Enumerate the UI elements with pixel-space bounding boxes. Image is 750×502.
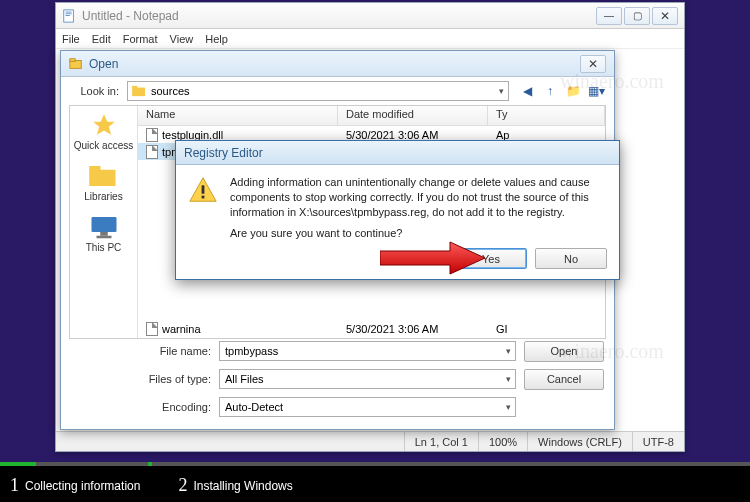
notepad-title: Untitled - Notepad bbox=[82, 9, 596, 23]
svg-rect-6 bbox=[132, 88, 145, 97]
menu-file[interactable]: File bbox=[62, 33, 80, 45]
open-titlebar[interactable]: Open ✕ bbox=[61, 51, 614, 77]
warning-icon bbox=[188, 175, 218, 205]
place-libraries[interactable]: Libraries bbox=[84, 163, 122, 202]
file-name: warnina bbox=[162, 323, 201, 335]
status-pos: Ln 1, Col 1 bbox=[404, 432, 478, 451]
libraries-icon bbox=[88, 163, 118, 189]
encoding-value: Auto-Detect bbox=[225, 401, 283, 413]
svg-marker-8 bbox=[93, 114, 115, 135]
menu-format[interactable]: Format bbox=[123, 33, 158, 45]
place-thispc-label: This PC bbox=[86, 242, 122, 253]
step-label: Installing Windows bbox=[193, 479, 292, 493]
chevron-down-icon: ▾ bbox=[506, 402, 511, 412]
open-button[interactable]: Open bbox=[524, 341, 604, 362]
minimize-button[interactable]: — bbox=[596, 7, 622, 25]
no-button[interactable]: No bbox=[535, 248, 607, 269]
status-zoom: 100% bbox=[478, 432, 527, 451]
place-this-pc[interactable]: This PC bbox=[86, 214, 122, 253]
file-type: Ap bbox=[488, 129, 605, 141]
setup-step-1: 1 Collecting information bbox=[10, 475, 140, 496]
lookin-combobox[interactable]: sources ▾ bbox=[127, 81, 509, 101]
setup-step-2: 2 Installing Windows bbox=[178, 475, 292, 496]
encoding-combobox[interactable]: Auto-Detect▾ bbox=[219, 397, 516, 417]
notepad-statusbar: Ln 1, Col 1 100% Windows (CRLF) UTF-8 bbox=[56, 431, 684, 451]
svg-rect-7 bbox=[132, 86, 137, 89]
col-date[interactable]: Date modified bbox=[338, 106, 488, 125]
monitor-icon bbox=[89, 214, 119, 240]
place-libraries-label: Libraries bbox=[84, 191, 122, 202]
lookin-value: sources bbox=[151, 85, 190, 97]
file-date: 5/30/2021 3:06 AM bbox=[338, 323, 488, 335]
menu-edit[interactable]: Edit bbox=[92, 33, 111, 45]
regedit-titlebar[interactable]: Registry Editor bbox=[176, 141, 619, 165]
file-name: testplugin.dll bbox=[162, 129, 223, 141]
views-icon[interactable]: ▦▾ bbox=[586, 81, 606, 101]
status-eol: Windows (CRLF) bbox=[527, 432, 632, 451]
setup-progress-step2-tick bbox=[148, 462, 152, 466]
notepad-titlebar[interactable]: Untitled - Notepad — ▢ ✕ bbox=[56, 3, 684, 29]
setup-progress-step1 bbox=[0, 462, 36, 466]
col-name[interactable]: Name bbox=[138, 106, 338, 125]
svg-rect-12 bbox=[100, 232, 108, 236]
svg-rect-1 bbox=[66, 11, 72, 12]
svg-rect-10 bbox=[90, 166, 101, 171]
svg-rect-3 bbox=[66, 15, 70, 16]
filetype-label: Files of type: bbox=[131, 373, 211, 385]
file-icon bbox=[146, 128, 158, 142]
up-icon[interactable]: ↑ bbox=[540, 81, 560, 101]
svg-rect-5 bbox=[70, 58, 75, 61]
place-quick-label: Quick access bbox=[74, 140, 133, 151]
lookin-label: Look in: bbox=[69, 85, 119, 97]
file-type: GI bbox=[488, 323, 605, 335]
file-row[interactable]: warnina 5/30/2021 3:06 AM GI bbox=[138, 320, 605, 337]
step-number: 1 bbox=[10, 475, 19, 496]
filetype-combobox[interactable]: All Files▾ bbox=[219, 369, 516, 389]
cancel-button[interactable]: Cancel bbox=[524, 369, 604, 390]
menu-view[interactable]: View bbox=[170, 33, 194, 45]
step-number: 2 bbox=[178, 475, 187, 496]
places-bar: Quick access Libraries This PC bbox=[70, 106, 138, 338]
open-title: Open bbox=[89, 57, 580, 71]
regedit-dialog: Registry Editor Adding information can u… bbox=[175, 140, 620, 280]
file-date: 5/30/2021 3:06 AM bbox=[338, 129, 488, 141]
filetype-value: All Files bbox=[225, 373, 264, 385]
chevron-down-icon: ▾ bbox=[499, 86, 504, 96]
setup-footer: 1 Collecting information 2 Installing Wi… bbox=[0, 462, 750, 502]
back-icon[interactable]: ◀ bbox=[517, 81, 537, 101]
notepad-menubar: File Edit Format View Help bbox=[56, 29, 684, 49]
yes-button[interactable]: Yes bbox=[455, 248, 527, 269]
notepad-icon bbox=[62, 9, 76, 23]
regedit-message-1: Adding information can unintentionally c… bbox=[230, 175, 607, 220]
close-button[interactable]: ✕ bbox=[652, 7, 678, 25]
encoding-label: Encoding: bbox=[131, 401, 211, 413]
filename-label: File name: bbox=[131, 345, 211, 357]
setup-progress-track bbox=[0, 462, 750, 466]
file-list-header: Name Date modified Ty bbox=[138, 106, 605, 126]
svg-rect-15 bbox=[202, 185, 205, 193]
col-type[interactable]: Ty bbox=[488, 106, 605, 125]
file-icon bbox=[146, 322, 158, 336]
svg-rect-16 bbox=[202, 196, 205, 199]
chevron-down-icon: ▾ bbox=[506, 374, 511, 384]
svg-rect-11 bbox=[91, 217, 116, 232]
star-icon bbox=[89, 112, 119, 138]
filename-value: tpmbypass bbox=[225, 345, 278, 357]
svg-rect-9 bbox=[90, 170, 116, 186]
new-folder-icon[interactable]: 📁 bbox=[563, 81, 583, 101]
chevron-down-icon: ▾ bbox=[506, 346, 511, 356]
step-label: Collecting information bbox=[25, 479, 140, 493]
open-dialog-icon bbox=[69, 57, 83, 71]
filename-combobox[interactable]: tpmbypass▾ bbox=[219, 341, 516, 361]
svg-rect-2 bbox=[66, 13, 72, 14]
regedit-message-2: Are you sure you want to continue? bbox=[230, 226, 607, 241]
maximize-button[interactable]: ▢ bbox=[624, 7, 650, 25]
file-icon bbox=[146, 145, 158, 159]
menu-help[interactable]: Help bbox=[205, 33, 228, 45]
folder-icon bbox=[132, 85, 146, 97]
regedit-title: Registry Editor bbox=[184, 146, 263, 160]
svg-rect-13 bbox=[96, 236, 111, 239]
open-close-button[interactable]: ✕ bbox=[580, 55, 606, 73]
place-quick-access[interactable]: Quick access bbox=[74, 112, 133, 151]
status-enc: UTF-8 bbox=[632, 432, 684, 451]
